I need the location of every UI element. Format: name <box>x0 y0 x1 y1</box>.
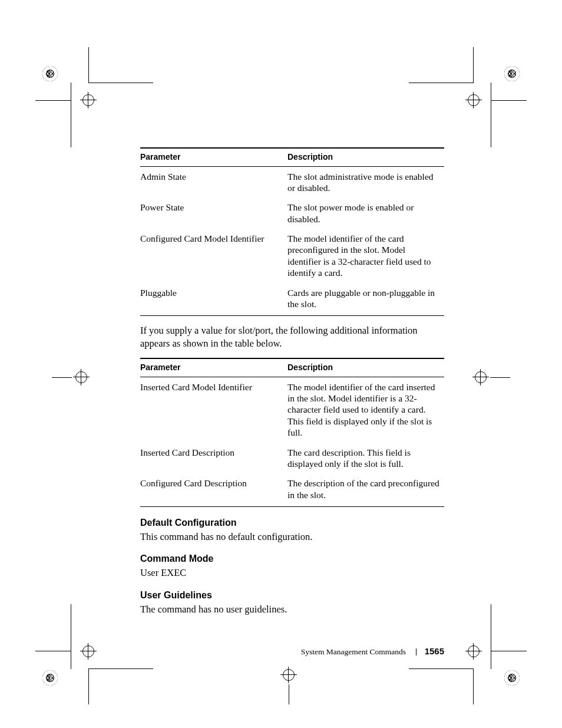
desc-cell: Cards are pluggable or non-pluggable in … <box>287 283 444 316</box>
heading-user-guidelines: User Guidelines <box>140 590 444 601</box>
body-text: This command has no default configuratio… <box>140 531 444 543</box>
table-row: Admin State The slot administrative mode… <box>140 166 444 197</box>
desc-cell: The model identifier of the card inserte… <box>287 377 444 442</box>
page-content: Parameter Description Admin State The sl… <box>140 147 444 624</box>
param-cell: Configured Card Model Identifier <box>140 229 287 283</box>
parameter-table-2: Parameter Description Inserted Card Mode… <box>140 358 444 506</box>
body-text: If you supply a value for slot/port, the… <box>140 324 444 350</box>
body-text: The command has no user guidelines. <box>140 603 444 615</box>
crop-mark-left <box>52 360 99 395</box>
footer-chapter: System Management Commands <box>301 647 406 656</box>
table-header-description: Description <box>287 358 444 377</box>
table-header-parameter: Parameter <box>140 148 287 166</box>
param-cell: Inserted Card Model Identifier <box>140 377 287 442</box>
table-row: Configured Card Description The descript… <box>140 473 444 506</box>
crop-mark-top-left <box>35 47 118 130</box>
table-row: Power State The slot power mode is enabl… <box>140 197 444 229</box>
body-text: User EXEC <box>140 566 444 579</box>
parameter-table-1: Parameter Description Admin State The sl… <box>140 147 444 315</box>
param-cell: Admin State <box>140 166 287 197</box>
desc-cell: The description of the card preconfigure… <box>287 473 444 506</box>
crop-mark-bottom <box>271 657 306 704</box>
table-header-parameter: Parameter <box>140 358 287 377</box>
desc-cell: The slot administrative mode is enabled … <box>287 166 444 197</box>
crop-mark-bottom-left <box>35 622 118 704</box>
crop-mark-bottom-right <box>444 622 527 704</box>
table-header-description: Description <box>287 148 444 166</box>
crop-mark-top-right <box>444 47 527 130</box>
table-row: Pluggable Cards are pluggable or non-plu… <box>140 283 444 316</box>
desc-cell: The model identifier of the card preconf… <box>287 229 444 283</box>
footer-separator <box>416 648 416 655</box>
table-row: Inserted Card Description The card descr… <box>140 443 444 474</box>
param-cell: Configured Card Description <box>140 473 287 506</box>
heading-default-configuration: Default Configuration <box>140 518 444 528</box>
param-cell: Power State <box>140 197 287 229</box>
table-row: Inserted Card Model Identifier The model… <box>140 377 444 442</box>
param-cell: Inserted Card Description <box>140 443 287 474</box>
table-row: Configured Card Model Identifier The mod… <box>140 229 444 283</box>
desc-cell: The slot power mode is enabled or disabl… <box>287 197 444 229</box>
heading-command-mode: Command Mode <box>140 554 444 564</box>
param-cell: Pluggable <box>140 283 287 316</box>
page-footer: System Management Commands 1565 <box>140 646 444 657</box>
desc-cell: The card description. This field is disp… <box>287 443 444 474</box>
footer-page-number: 1565 <box>425 646 444 656</box>
crop-mark-right <box>463 360 510 395</box>
page: Parameter Description Admin State The sl… <box>0 0 562 728</box>
